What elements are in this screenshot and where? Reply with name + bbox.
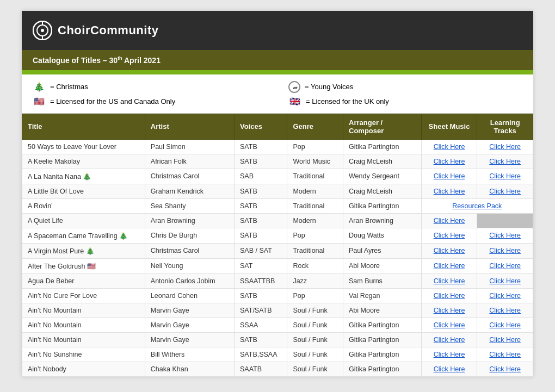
learning-link[interactable]: Click Here xyxy=(489,158,521,165)
catalogue-sup: th xyxy=(118,55,122,61)
cell-learning[interactable]: Click Here xyxy=(477,347,533,362)
cell-learning[interactable]: Click Here xyxy=(477,273,533,288)
sheet-link[interactable]: Click Here xyxy=(434,232,465,239)
resources-pack-link[interactable]: Resources Pack xyxy=(452,202,502,210)
learning-link[interactable]: Click Here xyxy=(489,172,521,180)
cell-sheet[interactable]: Click Here xyxy=(421,228,477,243)
legend-section: 🎄 = Christmas 𝓌 = Young Voices 🇺🇸 = Lice… xyxy=(22,74,533,114)
learning-link[interactable]: Click Here xyxy=(489,321,521,329)
uk-flag-icon: 🇬🇧 xyxy=(288,96,301,107)
cell-artist: African Folk xyxy=(145,154,234,169)
sheet-link[interactable]: Click Here xyxy=(434,158,465,165)
sheet-link[interactable]: Click Here xyxy=(434,336,465,344)
table-row: Ain’t No MountainMarvin GayeSAT/SATBSoul… xyxy=(22,303,533,318)
cell-learning[interactable]: Click Here xyxy=(477,258,533,273)
cell-title: Ain’t No Mountain xyxy=(22,318,145,332)
sheet-link[interactable]: Click Here xyxy=(434,365,465,373)
cell-sheet[interactable]: Click Here xyxy=(421,318,477,332)
cell-sheet[interactable]: Resources Pack xyxy=(421,198,533,213)
cell-learning[interactable]: Click Here xyxy=(477,169,533,184)
cell-sheet[interactable]: Click Here xyxy=(421,258,477,273)
cell-sheet[interactable]: Click Here xyxy=(421,169,477,184)
sheet-link[interactable]: Click Here xyxy=(434,188,465,195)
sheet-link[interactable]: Click Here xyxy=(434,247,465,254)
cell-sheet[interactable]: Click Here xyxy=(421,332,477,347)
cell-learning xyxy=(477,213,533,228)
sheet-link[interactable]: Click Here xyxy=(434,321,465,329)
cell-voices: SATB xyxy=(235,154,287,169)
cell-sheet[interactable]: Click Here xyxy=(421,243,477,258)
cell-learning[interactable]: Click Here xyxy=(477,288,533,303)
cell-sheet[interactable]: Click Here xyxy=(421,362,477,376)
cell-sheet[interactable]: Click Here xyxy=(421,347,477,362)
cell-arranger: Abi Moore xyxy=(343,303,422,318)
cell-artist: Chaka Khan xyxy=(145,362,234,376)
title-icon: 🎄 xyxy=(84,247,94,255)
cell-artist: Neil Young xyxy=(145,258,234,273)
sheet-link[interactable]: Click Here xyxy=(434,217,465,225)
cell-voices: SAB / SAT xyxy=(235,243,287,258)
cell-arranger: Craig McLeish xyxy=(343,184,422,198)
cell-learning[interactable]: Click Here xyxy=(477,318,533,332)
sheet-link[interactable]: Click Here xyxy=(434,307,465,314)
learning-link[interactable]: Click Here xyxy=(489,277,521,285)
cell-voices: SATB xyxy=(235,228,287,243)
learning-link[interactable]: Click Here xyxy=(489,262,521,270)
cell-title: A Little Bit Of Love xyxy=(22,184,145,198)
table-row: After The Goldrush 🇺🇸Neil YoungSATRockAb… xyxy=(22,258,533,273)
table-row: A La Nanita Nana 🎄Christmas CarolSABTrad… xyxy=(22,169,533,184)
learning-link[interactable]: Click Here xyxy=(489,232,521,239)
cell-voices: SATB xyxy=(235,139,287,154)
cell-sheet[interactable]: Click Here xyxy=(421,184,477,198)
learning-link[interactable]: Click Here xyxy=(489,351,521,358)
cell-title: A La Nanita Nana 🎄 xyxy=(22,169,145,184)
cell-learning[interactable]: Click Here xyxy=(477,303,533,318)
sheet-link[interactable]: Click Here xyxy=(434,292,465,300)
learning-link[interactable]: Click Here xyxy=(489,336,521,344)
cell-voices: SATB xyxy=(235,288,287,303)
cell-learning[interactable]: Click Here xyxy=(477,362,533,376)
title-icon: 🇺🇸 xyxy=(85,263,95,270)
catalogue-bar: Catalogue of Titles – 30th April 2021 xyxy=(22,50,533,70)
cell-learning[interactable]: Click Here xyxy=(477,228,533,243)
cell-genre: Modern xyxy=(287,213,343,228)
learning-link[interactable]: Click Here xyxy=(489,292,521,300)
sheet-link[interactable]: Click Here xyxy=(434,172,465,180)
cell-sheet[interactable]: Click Here xyxy=(421,273,477,288)
cell-arranger: Craig McLeish xyxy=(343,154,422,169)
sheet-link[interactable]: Click Here xyxy=(434,277,465,285)
cell-title: A Spaceman Came Travelling 🎄 xyxy=(22,228,145,243)
sheet-link[interactable]: Click Here xyxy=(434,351,465,358)
cell-learning[interactable]: Click Here xyxy=(477,332,533,347)
legend-young-voices: 𝓌 = Young Voices xyxy=(288,81,522,93)
cell-learning[interactable]: Click Here xyxy=(477,154,533,169)
cell-sheet[interactable]: Click Here xyxy=(421,213,477,228)
learning-link[interactable]: Click Here xyxy=(489,247,521,254)
cell-artist: Graham Kendrick xyxy=(145,184,234,198)
cell-artist: Leonard Cohen xyxy=(145,288,234,303)
cell-sheet[interactable]: Click Here xyxy=(421,139,477,154)
cell-title: A Rovin’ xyxy=(22,198,145,213)
header: ChoirCommunity xyxy=(22,11,533,50)
cell-genre: Rock xyxy=(287,258,343,273)
cell-artist: Chris De Burgh xyxy=(145,228,234,243)
cell-sheet[interactable]: Click Here xyxy=(421,303,477,318)
cell-arranger: Paul Ayres xyxy=(343,243,422,258)
cell-sheet[interactable]: Click Here xyxy=(421,288,477,303)
learning-link[interactable]: Click Here xyxy=(489,307,521,314)
cell-learning[interactable]: Click Here xyxy=(477,139,533,154)
sheet-link[interactable]: Click Here xyxy=(434,262,465,270)
learning-link[interactable]: Click Here xyxy=(489,365,521,373)
table-row: Ain’t No MountainMarvin GayeSSAASoul / F… xyxy=(22,318,533,332)
cell-sheet[interactable]: Click Here xyxy=(421,154,477,169)
cell-learning[interactable]: Click Here xyxy=(477,243,533,258)
learning-link[interactable]: Click Here xyxy=(489,188,521,195)
table-row: A Keelie MakolayAfrican FolkSATBWorld Mu… xyxy=(22,154,533,169)
learning-link[interactable]: Click Here xyxy=(489,143,521,151)
cell-learning[interactable]: Click Here xyxy=(477,184,533,198)
cell-artist: Christmas Carol xyxy=(145,169,234,184)
title-icon: 🎄 xyxy=(118,232,128,240)
sheet-link[interactable]: Click Here xyxy=(434,143,465,151)
legend-uk: 🇬🇧 = Licensed for the UK only xyxy=(288,96,522,107)
cell-voices: SAT xyxy=(235,258,287,273)
